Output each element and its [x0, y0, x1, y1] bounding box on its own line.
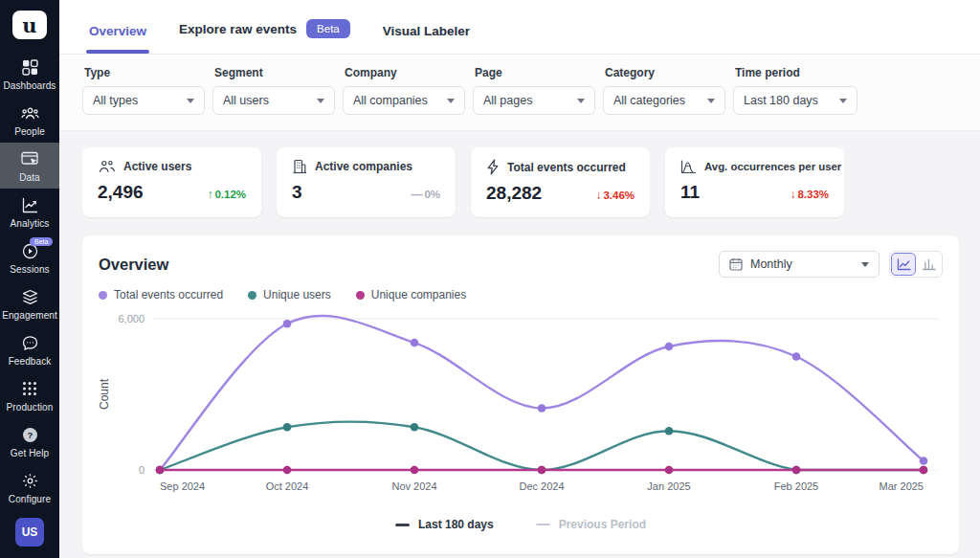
svg-text:Jan 2025: Jan 2025	[647, 480, 690, 492]
tab-label: Explore raw events	[179, 22, 297, 36]
filter-page: Page All pages	[473, 66, 595, 115]
legend-dot	[99, 291, 107, 300]
svg-text:0: 0	[139, 464, 145, 476]
legend-previous-period[interactable]: Previous Period	[536, 518, 646, 531]
sidebar-item-label: Sessions	[10, 264, 49, 275]
chart-title: Overview	[99, 256, 168, 274]
calendar-icon	[729, 257, 743, 271]
svg-text:Dec 2024: Dec 2024	[519, 480, 564, 492]
solid-line-icon	[395, 524, 410, 526]
dashboards-icon	[20, 57, 39, 77]
segment-select[interactable]: All users	[212, 86, 335, 115]
granularity-select[interactable]: Monthly	[719, 251, 880, 278]
legend-label: Unique users	[263, 288, 331, 301]
series-legend: Total events occurred Unique users Uniqu…	[99, 288, 943, 301]
stat-label: Active companies	[315, 160, 412, 173]
sidebar-item-engagement[interactable]: Engagement	[0, 280, 59, 326]
arrow-up-icon: ↑	[207, 188, 212, 201]
sidebar-item-label: Engagement	[2, 310, 57, 321]
selected-value: All categories	[613, 94, 685, 107]
gear-icon	[20, 471, 39, 490]
time-period-select[interactable]: Last 180 days	[733, 86, 858, 115]
sidebar-item-sessions[interactable]: Beta Sessions	[0, 234, 59, 280]
tab-overview[interactable]: Overview	[89, 24, 146, 54]
legend-unique-users[interactable]: Unique users	[248, 288, 331, 301]
chevron-down-icon	[839, 99, 847, 103]
arrow-down-icon: ↓	[595, 189, 601, 202]
filter-label: Time period	[735, 66, 858, 79]
legend-current-period[interactable]: Last 180 days	[395, 518, 494, 531]
svg-text:Nov 2024: Nov 2024	[391, 480, 436, 492]
legend-dot	[356, 291, 365, 300]
filter-label: Type	[84, 66, 205, 79]
filter-label: Category	[605, 66, 725, 79]
sidebar-nav: Dashboards People Data Analytics Beta	[0, 51, 59, 558]
main-area: Overview Explore raw events Beta Visual …	[59, 0, 980, 558]
sidebar-item-get-help[interactable]: ? Get Help	[0, 418, 59, 464]
chart-area: 06,000CountSep 2024Oct 2024Nov 2024Dec 2…	[99, 305, 943, 510]
stat-delta: —0%	[411, 188, 440, 201]
tab-visual-labeler[interactable]: Visual Labeler	[383, 24, 470, 54]
users-icon	[98, 159, 116, 174]
legend-unique-companies[interactable]: Unique companies	[356, 288, 466, 301]
help-icon: ?	[20, 425, 39, 444]
stat-label: Active users	[123, 160, 191, 173]
people-icon	[20, 103, 39, 123]
legend-dot	[248, 291, 256, 300]
selected-value: All companies	[353, 94, 428, 107]
sidebar-item-feedback[interactable]: Feedback	[0, 326, 59, 372]
dashed-line-icon	[536, 524, 550, 525]
sidebar-item-dashboards[interactable]: Dashboards	[0, 51, 59, 97]
chevron-down-icon	[317, 99, 324, 103]
feedback-icon	[20, 333, 39, 352]
category-select[interactable]: All categories	[603, 86, 725, 115]
sidebar-item-data[interactable]: Data	[0, 143, 59, 189]
page-select[interactable]: All pages	[473, 86, 595, 115]
legend-total-events[interactable]: Total events occurred	[99, 288, 223, 301]
sidebar-item-label: Feedback	[9, 356, 52, 367]
beta-badge: Beta	[306, 19, 350, 38]
stat-value: 3	[292, 182, 302, 203]
filter-company: Company All companies	[343, 66, 465, 115]
period-legend: Last 180 days Previous Period	[99, 518, 943, 531]
building-icon	[292, 159, 307, 174]
filter-label: Page	[475, 66, 595, 79]
selected-value: All users	[223, 94, 269, 107]
tab-label: Overview	[89, 24, 146, 38]
dash-icon: —	[411, 188, 422, 201]
userpilot-logo[interactable]: u	[12, 11, 47, 39]
tab-explore-raw-events[interactable]: Explore raw events Beta	[179, 19, 350, 54]
type-select[interactable]: All types	[82, 86, 205, 115]
sidebar-item-production[interactable]: Production	[0, 372, 59, 418]
sidebar-item-label: Production	[7, 402, 54, 413]
line-chart-button[interactable]	[891, 253, 916, 276]
svg-text:Oct 2024: Oct 2024	[266, 480, 309, 492]
sidebar-item-people[interactable]: People	[0, 97, 59, 143]
filter-segment: Segment All users	[212, 66, 335, 115]
company-select[interactable]: All companies	[343, 86, 465, 115]
stat-card-total-events: Total events occurred 28,282 ↓3.46%	[471, 147, 650, 217]
user-avatar[interactable]: US	[15, 518, 44, 547]
stat-label: Total events occurred	[507, 161, 626, 174]
stat-delta: ↓8.33%	[790, 188, 829, 201]
sidebar-item-configure[interactable]: Configure	[0, 464, 59, 510]
svg-text:?: ?	[27, 430, 33, 440]
bar-chart-button[interactable]	[916, 253, 941, 276]
overview-line-chart[interactable]: 06,000CountSep 2024Oct 2024Nov 2024Dec 2…	[99, 305, 943, 506]
sidebar-item-analytics[interactable]: Analytics	[0, 189, 59, 234]
filter-category: Category All categories	[603, 66, 725, 115]
stat-label: Avg. occurrences per user	[704, 161, 841, 172]
sidebar: u Dashboards People Data Analytics	[0, 0, 59, 558]
legend-label: Last 180 days	[418, 518, 494, 531]
filter-type: Type All types	[82, 66, 205, 115]
svg-text:Sep 2024: Sep 2024	[160, 480, 205, 492]
stats-row: Active users 2,496 ↑0.12% Active compani…	[82, 147, 959, 217]
chart-type-toggle	[889, 251, 943, 278]
engagement-icon	[20, 287, 39, 306]
svg-text:6,000: 6,000	[118, 313, 145, 324]
sidebar-item-label: Dashboards	[4, 80, 56, 91]
distribution-icon	[680, 159, 697, 174]
filter-label: Company	[345, 66, 465, 79]
selected-value: All pages	[483, 94, 532, 107]
stat-delta: ↑0.12%	[207, 188, 246, 201]
